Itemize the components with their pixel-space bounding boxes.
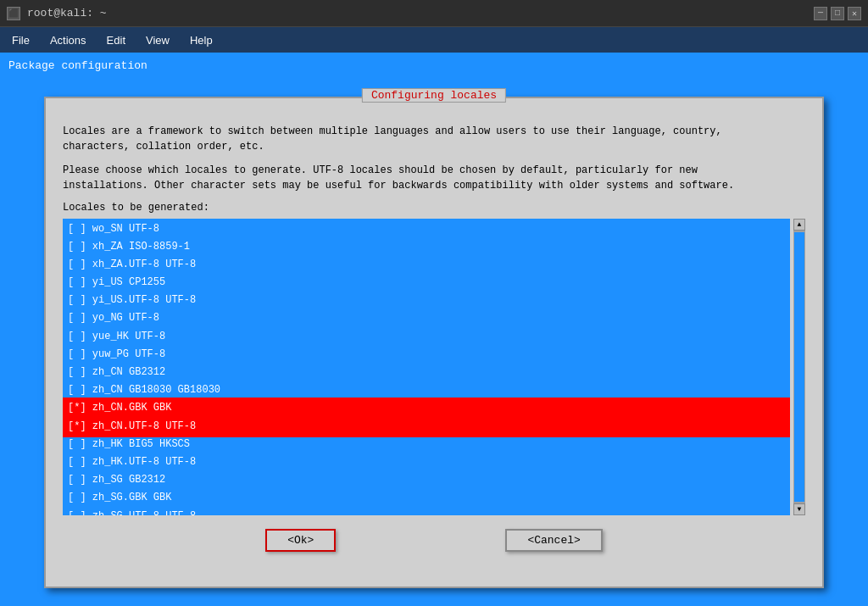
menu-actions[interactable]: Actions (42, 32, 95, 48)
ok-button[interactable]: <Ok> (265, 529, 336, 552)
restore-button[interactable]: □ (831, 7, 844, 20)
main-area: 🐉 Configuring locales Locales are a fram… (0, 78, 868, 606)
close-button[interactable]: ✕ (848, 7, 861, 20)
list-item[interactable]: [ ] zh_CN GB2312 (63, 364, 790, 381)
list-item[interactable]: [ ] zh_SG.GBK GBK (63, 489, 790, 507)
list-item[interactable]: [ ] zh_CN GB18030 GB18030 (63, 381, 790, 399)
dialog-body: Locales are a framework to switch betwee… (63, 124, 805, 552)
description-text2: Please choose which locales to generate.… (63, 163, 805, 193)
listbox-container: [ ] wo_SN UTF-8[ ] xh_ZA ISO-8859-1[ ] x… (63, 219, 805, 515)
list-item[interactable]: [ ] yi_US.UTF-8 UTF-8 (63, 292, 790, 309)
desc-line3: Please choose which locales to generate.… (63, 164, 698, 176)
package-config-banner: Package configuration (0, 53, 868, 78)
locales-listbox[interactable]: [ ] wo_SN UTF-8[ ] xh_ZA ISO-8859-1[ ] x… (63, 219, 790, 515)
list-item[interactable]: [ ] xh_ZA.UTF-8 UTF-8 (63, 256, 790, 274)
list-item[interactable]: [ ] yi_US CP1255 (63, 274, 790, 292)
list-item[interactable]: [ ] wo_SN UTF-8 (63, 220, 790, 238)
desc-line4: installations. Other character sets may … (63, 180, 734, 192)
desc-line2: characters, collation order, etc. (63, 141, 264, 153)
desc-line1: Locales are a framework to switch betwee… (63, 125, 722, 137)
list-item[interactable]: [ ] zh_HK.UTF-8 UTF-8 (63, 453, 790, 471)
scroll-down-button[interactable]: ▼ (793, 503, 805, 515)
dialog-title: Configuring locales (362, 88, 506, 103)
list-item[interactable]: [ ] zh_SG.UTF-8 UTF-8 (63, 508, 790, 515)
scrollbar[interactable]: ▲ ▼ (793, 219, 805, 515)
list-item[interactable]: [ ] yo_NG UTF-8 (63, 309, 790, 327)
banner-text: Package configuration (8, 59, 147, 72)
menu-edit[interactable]: Edit (98, 32, 134, 48)
terminal-icon: ⬛ (7, 7, 20, 20)
window-title: root@kali: ~ (27, 7, 107, 19)
scrollbar-thumb[interactable] (794, 232, 804, 502)
list-item[interactable]: [ ] yuw_PG UTF-8 (63, 346, 790, 364)
list-item[interactable]: [*] zh_CN.UTF-8 UTF-8 (63, 418, 790, 436)
list-item[interactable]: [*] zh_CN.GBK GBK (63, 399, 790, 417)
cancel-button[interactable]: <Cancel> (505, 529, 602, 552)
window-controls: ─ □ ✕ (814, 7, 861, 20)
configure-locales-dialog: Configuring locales Locales are a framew… (44, 97, 824, 588)
menu-file[interactable]: File (3, 32, 38, 48)
menu-help[interactable]: Help (181, 32, 221, 48)
title-bar: ⬛ root@kali: ~ ─ □ ✕ (0, 0, 868, 27)
list-item[interactable]: [ ] xh_ZA ISO-8859-1 (63, 238, 790, 256)
list-item[interactable]: [ ] zh_HK BIG5 HKSCS (63, 436, 790, 453)
description-text: Locales are a framework to switch betwee… (63, 124, 805, 154)
list-item[interactable]: [ ] zh_SG GB2312 (63, 471, 790, 489)
list-item[interactable]: [ ] yue_HK UTF-8 (63, 328, 790, 346)
menu-bar: File Actions Edit View Help (0, 27, 868, 53)
scroll-up-button[interactable]: ▲ (793, 219, 805, 231)
title-bar-left: ⬛ root@kali: ~ (7, 7, 107, 20)
minimize-button[interactable]: ─ (814, 7, 827, 20)
menu-view[interactable]: View (137, 32, 178, 48)
section-label: Locales to be generated: (63, 202, 805, 214)
dialog-buttons: <Ok> <Cancel> (63, 529, 805, 552)
